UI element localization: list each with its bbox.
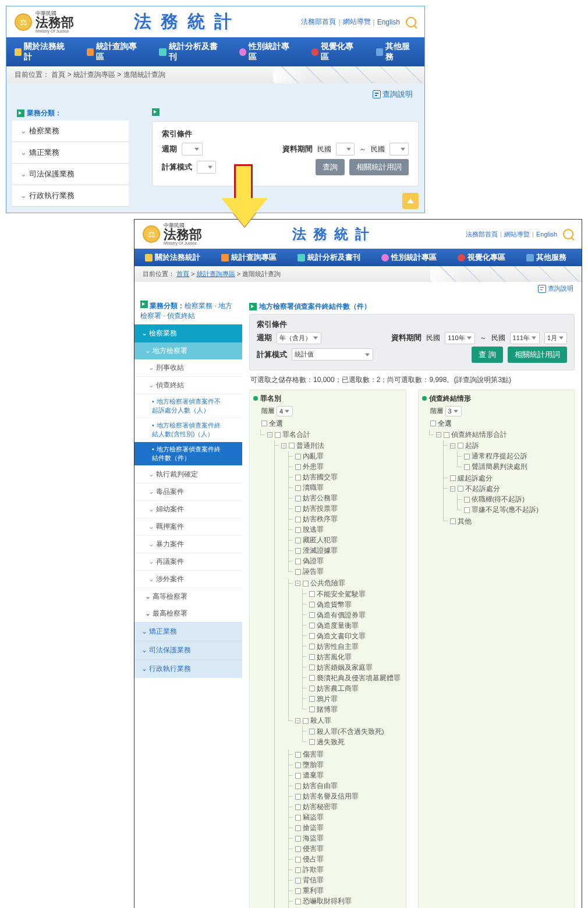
tree-item[interactable]: 外患罪 bbox=[303, 462, 324, 471]
checkbox[interactable] bbox=[295, 517, 301, 522]
sidebar-l2-criminal[interactable]: ⌄刑事收結 bbox=[134, 359, 242, 377]
tree-item[interactable]: 妨害名譽及信用罪 bbox=[303, 792, 359, 801]
sidebar-l2-detain[interactable]: ⌄羈押案件 bbox=[134, 518, 242, 536]
sidebar-link-3-active[interactable]: •地方檢察署偵查案件終結件數（件） bbox=[134, 442, 242, 466]
collapse-icon[interactable]: − bbox=[295, 718, 300, 723]
checkbox[interactable] bbox=[295, 836, 301, 842]
tree-item[interactable]: 誣告罪 bbox=[303, 567, 324, 576]
link-moj-home[interactable]: 法務部首頁 bbox=[466, 230, 498, 239]
tree-item[interactable]: 傷害罪 bbox=[303, 750, 324, 759]
tree-item[interactable]: 依職權(得不起訴) bbox=[472, 495, 525, 504]
collapse-icon[interactable]: − bbox=[267, 432, 272, 437]
tree-item[interactable]: 罪嫌不足等(應不起訴) bbox=[472, 506, 539, 514]
checkbox[interactable] bbox=[309, 696, 315, 702]
period-select[interactable]: 年（含月） bbox=[277, 332, 321, 344]
level-select-b[interactable]: 3 bbox=[445, 406, 462, 416]
collapse-icon[interactable]: − bbox=[450, 486, 455, 492]
year-to-select[interactable] bbox=[389, 143, 409, 156]
checkbox[interactable] bbox=[309, 612, 315, 618]
checkbox[interactable] bbox=[295, 559, 301, 564]
checkbox[interactable] bbox=[450, 475, 456, 481]
sidebar-sub-supreme[interactable]: ⌄ 最高檢察署 bbox=[134, 605, 242, 622]
checkbox[interactable] bbox=[289, 443, 295, 448]
checkbox[interactable] bbox=[261, 421, 267, 426]
tree-item[interactable]: 妨害農工商罪 bbox=[317, 684, 359, 693]
checkbox[interactable] bbox=[309, 654, 315, 660]
checkbox[interactable] bbox=[295, 569, 301, 575]
checkbox[interactable] bbox=[309, 739, 315, 745]
cat-prosecution[interactable]: ⌄檢察業務 bbox=[12, 121, 129, 142]
checkbox[interactable] bbox=[295, 815, 301, 821]
tree-item[interactable]: 妨害性自主罪 bbox=[317, 642, 359, 651]
nav-visual[interactable]: 視覺化專區 bbox=[303, 37, 368, 66]
tree-item[interactable]: 竊盜罪 bbox=[303, 813, 324, 822]
help-link[interactable]: 查詢說明 bbox=[538, 284, 573, 293]
checkbox[interactable] bbox=[309, 729, 315, 734]
checkbox[interactable] bbox=[430, 421, 436, 426]
sidebar-link-2[interactable]: •地方檢察署偵查案件終結人數(含性別)（人） bbox=[134, 418, 242, 442]
checkbox[interactable] bbox=[295, 888, 301, 894]
checkbox[interactable] bbox=[295, 496, 301, 501]
logo[interactable]: ⚖ 中華民國 法務部 Ministry Of Justice bbox=[143, 223, 202, 245]
query-button[interactable]: 查詢 bbox=[316, 159, 345, 175]
tree-item[interactable]: 海盜罪 bbox=[303, 834, 324, 843]
checkbox[interactable] bbox=[295, 538, 301, 543]
checkbox[interactable] bbox=[309, 623, 315, 628]
checkbox[interactable] bbox=[295, 857, 301, 863]
checkbox[interactable] bbox=[295, 548, 301, 554]
tree-item[interactable]: 妨害投票罪 bbox=[303, 504, 338, 513]
checkbox[interactable] bbox=[309, 633, 315, 639]
collapse-icon[interactable]: − bbox=[281, 443, 286, 448]
sidebar-l2-reconsider[interactable]: ⌄再議案件 bbox=[134, 553, 242, 571]
tree-item[interactable]: 遺棄罪 bbox=[303, 771, 324, 780]
nav-gender[interactable]: 性別統計專區 bbox=[371, 249, 447, 266]
sidebar-l2-investigation[interactable]: ⌄偵查終結 bbox=[134, 377, 242, 394]
sidebar-head-prosecution[interactable]: ⌄ 檢察業務 bbox=[134, 324, 242, 342]
checkbox[interactable] bbox=[295, 825, 301, 831]
checkbox[interactable] bbox=[450, 518, 456, 524]
nav-other[interactable]: 其他服務 bbox=[516, 249, 577, 266]
tree-item[interactable]: 鴉片罪 bbox=[317, 695, 338, 704]
tree-item[interactable]: 過失致死 bbox=[317, 738, 345, 747]
checkbox[interactable] bbox=[295, 794, 301, 800]
sidebar-group-admin[interactable]: ⌄ 行政執行業務 bbox=[134, 659, 242, 678]
checkbox[interactable] bbox=[295, 464, 301, 470]
checkbox[interactable] bbox=[295, 878, 301, 884]
query-button[interactable]: 查 詢 bbox=[472, 347, 503, 363]
tree-item[interactable]: 妨害國交罪 bbox=[303, 473, 338, 482]
tree-item[interactable]: 妨害公務罪 bbox=[303, 494, 338, 503]
sidebar-l2-exec[interactable]: ⌄執行裁判確定 bbox=[134, 466, 242, 483]
year-from-select[interactable] bbox=[336, 143, 355, 156]
checkbox[interactable] bbox=[309, 644, 315, 649]
checkbox[interactable] bbox=[295, 804, 301, 810]
nav-about[interactable]: 關於法務統計 bbox=[6, 37, 79, 66]
tree-item[interactable]: 褻瀆祀典及侵害墳墓屍體罪 bbox=[317, 674, 401, 683]
checkbox[interactable] bbox=[295, 527, 301, 533]
nav-about[interactable]: 關於法務統計 bbox=[134, 249, 211, 266]
checkbox[interactable] bbox=[309, 686, 315, 691]
cat-admin[interactable]: ⌄行政執行業務 bbox=[12, 185, 129, 207]
level-select-a[interactable]: 4 bbox=[277, 406, 293, 416]
tree-item[interactable]: 恐嚇取財得利罪 bbox=[303, 897, 352, 906]
tree-item[interactable]: 脫逃罪 bbox=[303, 525, 324, 534]
related-terms-button[interactable]: 相關統計用詞 bbox=[508, 347, 567, 363]
checkbox[interactable] bbox=[309, 675, 315, 681]
tree-item[interactable]: 妨害婚姻及家庭罪 bbox=[317, 663, 373, 672]
nav-other[interactable]: 其他服務 bbox=[368, 37, 424, 66]
nav-analysis[interactable]: 統計分析及書刊 bbox=[151, 37, 231, 66]
sidebar-l2-drug[interactable]: ⌄毒品案件 bbox=[134, 483, 242, 501]
tree-item[interactable]: 妨害自由罪 bbox=[303, 782, 338, 790]
checkbox[interactable] bbox=[295, 783, 301, 789]
checkbox[interactable] bbox=[464, 497, 470, 503]
tree-item[interactable]: 重利罪 bbox=[303, 886, 324, 895]
collapse-icon[interactable]: − bbox=[295, 581, 300, 586]
tree-item[interactable]: 偽造度量衡罪 bbox=[317, 621, 359, 630]
nav-visual[interactable]: 視覺化專區 bbox=[447, 249, 516, 266]
calc-select[interactable]: 統計值 bbox=[292, 348, 373, 361]
tree-item[interactable]: 偽證罪 bbox=[303, 557, 324, 566]
collapse-icon[interactable]: − bbox=[436, 432, 441, 437]
checkbox[interactable] bbox=[295, 506, 301, 512]
tree-item[interactable]: 通常程序提起公訴 bbox=[472, 452, 527, 461]
tree-item[interactable]: 偽造文書印文罪 bbox=[317, 632, 366, 641]
tree-item[interactable]: 瀆職罪 bbox=[303, 483, 324, 492]
